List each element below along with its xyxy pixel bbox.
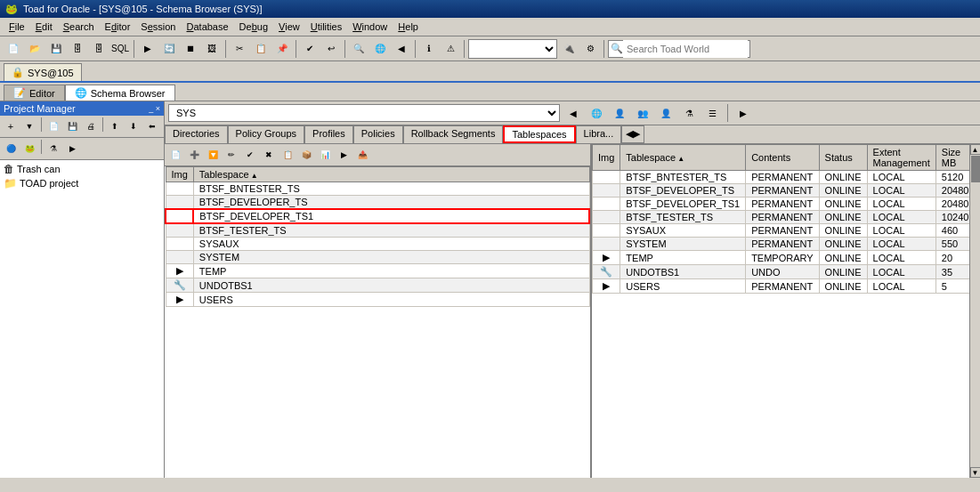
btn-stop[interactable]: ⏹: [181, 39, 200, 59]
menu-file[interactable]: File: [4, 20, 30, 34]
left-table-row[interactable]: SYSTEM: [166, 251, 589, 264]
btn-schema-funnel[interactable]: ⚗: [679, 103, 699, 123]
btn-run2[interactable]: 🔄: [159, 39, 179, 59]
connection-dropdown[interactable]: <default>: [468, 39, 557, 59]
session-tab[interactable]: 🔒 SYS@105: [4, 63, 82, 81]
scrollbar-track[interactable]: [970, 155, 981, 467]
btn-schema-person1[interactable]: 👤: [610, 103, 629, 123]
btn-schema-person2[interactable]: 👥: [633, 103, 652, 123]
right-table-row[interactable]: BTSF_DEVELOPER_TSPERMANENTONLINELOCAL204…: [593, 184, 970, 198]
btn-rollback[interactable]: ↩: [321, 39, 341, 59]
tab-rollback-segments[interactable]: Rollback Segments: [403, 125, 504, 143]
btn-proj-left[interactable]: ⬅: [143, 117, 161, 135]
btn-add-dropdown[interactable]: ▼: [20, 117, 38, 135]
tab-profiles[interactable]: Profiles: [304, 125, 353, 143]
right-table-row[interactable]: BTSF_DEVELOPER_TS1PERMANENTONLINELOCAL20…: [593, 198, 970, 211]
btn-proj-action[interactable]: ▶: [63, 140, 81, 157]
menu-editor[interactable]: Editor: [100, 20, 136, 34]
btn-conn[interactable]: 🔌: [559, 39, 579, 59]
btn-schema-action[interactable]: ▶: [733, 103, 753, 123]
btn-sql[interactable]: SQL: [110, 39, 130, 59]
btn-img[interactable]: 🖼: [202, 39, 222, 59]
menu-utilities[interactable]: Utilities: [305, 20, 347, 34]
tree-item-trash[interactable]: 🗑 Trash can: [2, 162, 162, 176]
btn-left-copy[interactable]: 📋: [279, 146, 296, 164]
menu-help[interactable]: Help: [393, 20, 424, 34]
btn-open[interactable]: 📂: [25, 39, 45, 59]
menu-view[interactable]: View: [273, 20, 305, 34]
btn-db2[interactable]: 🗄: [89, 39, 109, 59]
btn-proj-new[interactable]: 📄: [45, 117, 62, 135]
btn-proj-print[interactable]: 🖨: [82, 117, 100, 135]
btn-left-create[interactable]: ➕: [185, 146, 203, 164]
btn-db[interactable]: 🗄: [68, 39, 87, 59]
btn-schema-list[interactable]: ☰: [702, 103, 722, 123]
btn-left-filter[interactable]: 🔽: [204, 146, 222, 164]
btn-left-export[interactable]: 📤: [353, 146, 371, 164]
right-table-row[interactable]: 🔧UNDOTBS1UNDOONLINELOCAL35: [593, 265, 970, 279]
tab-policy-groups[interactable]: Policy Groups: [228, 125, 304, 143]
tab-editor[interactable]: 📝 Editor: [4, 85, 65, 101]
btn-left-new[interactable]: 📄: [166, 146, 184, 164]
tab-schema-browser[interactable]: 🌐 Schema Browser: [65, 85, 175, 101]
scroll-down-btn[interactable]: ▼: [970, 467, 981, 478]
tab-tablespaces[interactable]: Tablespaces: [503, 125, 575, 143]
btn-proj-filter[interactable]: 🔵: [2, 140, 20, 157]
toad-world-search[interactable]: [623, 40, 748, 58]
tab-libraries[interactable]: Libra...: [576, 125, 622, 143]
btn-save[interactable]: 💾: [46, 39, 66, 59]
menu-search[interactable]: Search: [58, 20, 100, 34]
btn-new[interactable]: 📄: [4, 39, 23, 59]
menu-database[interactable]: Database: [182, 20, 234, 34]
btn-cut[interactable]: ✂: [230, 39, 249, 59]
btn-proj-save[interactable]: 💾: [63, 117, 81, 135]
btn-left-check[interactable]: ✔: [241, 146, 259, 164]
btn-schema-person3[interactable]: 👤: [656, 103, 676, 123]
left-table-row[interactable]: 🔧UNDOTBS1: [166, 278, 589, 293]
right-table-row[interactable]: SYSAUXPERMANENTONLINELOCAL460: [593, 224, 970, 238]
btn-add-project[interactable]: +: [2, 117, 20, 135]
left-table-row[interactable]: BTSF_DEVELOPER_TS: [166, 196, 589, 210]
btn-proj-up[interactable]: ⬆: [106, 117, 124, 135]
btn-run[interactable]: ▶: [138, 39, 158, 59]
btn-paste[interactable]: 📌: [272, 39, 292, 59]
btn-copy[interactable]: 📋: [251, 39, 271, 59]
right-table-row[interactable]: ▶USERSPERMANENTONLINELOCAL5: [593, 279, 970, 294]
tab-policies[interactable]: Policies: [353, 125, 403, 143]
tab-directories[interactable]: Directories: [165, 125, 228, 143]
left-table-row[interactable]: BTSF_TESTER_TS: [166, 223, 589, 238]
btn-back[interactable]: ◀: [392, 39, 411, 59]
tabs-more-btn[interactable]: ◀▶: [621, 125, 644, 143]
right-table-row[interactable]: BTSF_BNTESTER_TSPERMANENTONLINELOCAL5120: [593, 171, 970, 184]
btn-schema-nav1[interactable]: ◀: [563, 103, 583, 123]
btn-left-action[interactable]: ▶: [335, 146, 352, 164]
btn-settings[interactable]: ⚙: [580, 39, 600, 59]
menu-window[interactable]: Window: [347, 20, 393, 34]
schema-selector[interactable]: SYS: [168, 104, 560, 122]
tree-item-toad[interactable]: 📁 TOAD project: [2, 176, 162, 190]
left-table-row[interactable]: BTSF_DEVELOPER_TS1: [166, 209, 589, 223]
menu-debug[interactable]: Debug: [234, 20, 273, 34]
btn-proj-down[interactable]: ⬇: [125, 117, 142, 135]
btn-info[interactable]: ℹ: [419, 39, 439, 59]
left-table-row[interactable]: ▶TEMP: [166, 264, 589, 278]
btn-commit[interactable]: ✔: [300, 39, 320, 59]
btn-left-edit[interactable]: ✏: [223, 146, 240, 164]
left-table-row[interactable]: BTSF_BNTESTER_TS: [166, 182, 589, 196]
menu-edit[interactable]: Edit: [30, 20, 58, 34]
btn-proj-funnel[interactable]: ⚗: [45, 140, 62, 157]
btn-filter[interactable]: 🔍: [349, 39, 369, 59]
btn-globe[interactable]: 🌐: [370, 39, 390, 59]
right-table-row[interactable]: BTSF_TESTER_TSPERMANENTONLINELOCAL10240: [593, 211, 970, 224]
scroll-up-btn[interactable]: ▲: [970, 144, 981, 155]
right-table-row[interactable]: ▶TEMPTEMPORARYONLINELOCAL20: [593, 251, 970, 265]
menu-session[interactable]: Session: [135, 20, 181, 34]
right-table-row[interactable]: SYSTEMPERMANENTONLINELOCAL550: [593, 238, 970, 251]
btn-schema-globe[interactable]: 🌐: [587, 103, 606, 123]
left-table-row[interactable]: ▶USERS: [166, 293, 589, 307]
btn-left-move[interactable]: 📦: [297, 146, 315, 164]
btn-left-delete[interactable]: ✖: [260, 146, 278, 164]
left-table-row[interactable]: SYSAUX: [166, 238, 589, 251]
btn-warn[interactable]: ⚠: [441, 39, 460, 59]
btn-proj-frog[interactable]: 🐸: [20, 140, 38, 157]
